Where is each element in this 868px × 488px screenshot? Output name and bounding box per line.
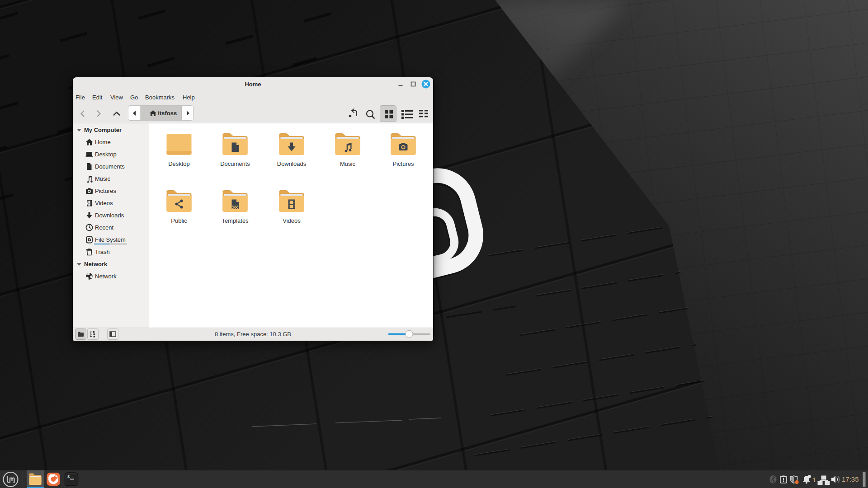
svg-text:$: $ [67,475,70,479]
svg-text:1: 1 [812,476,816,483]
